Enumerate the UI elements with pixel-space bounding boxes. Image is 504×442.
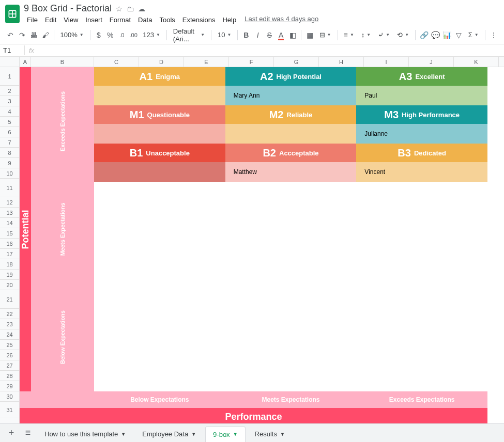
row-header[interactable]: 29 — [0, 381, 19, 391]
row-header[interactable]: 18 — [0, 259, 19, 270]
box-b1-body[interactable] — [94, 162, 225, 182]
col-header[interactable]: C — [94, 57, 139, 67]
borders-icon[interactable]: ▦ — [304, 28, 315, 42]
box-b3-body[interactable]: Vincent — [356, 162, 487, 182]
row-header[interactable]: 6 — [0, 127, 19, 137]
box-a1[interactable]: A1Enigma — [94, 67, 225, 105]
box-m1[interactable]: M1Questionable — [94, 105, 225, 144]
comment-icon[interactable]: 💬 — [430, 28, 440, 42]
increase-decimal-icon[interactable]: .00 — [128, 28, 139, 42]
chart-icon[interactable]: 📊 — [442, 28, 452, 42]
box-m3[interactable]: M3High Performance Julianne — [356, 105, 487, 144]
link-icon[interactable]: 🔗 — [419, 28, 429, 42]
menu-data[interactable]: Data — [135, 15, 155, 25]
select-all-corner[interactable] — [0, 57, 19, 67]
move-icon[interactable]: 🗀 — [127, 5, 134, 13]
add-sheet-icon[interactable]: + — [4, 426, 19, 440]
all-sheets-icon[interactable]: ≡ — [21, 426, 35, 440]
formula-input[interactable] — [38, 45, 504, 55]
menu-edit[interactable]: Edit — [42, 15, 59, 25]
v-align-dropdown[interactable]: ↕▼ — [358, 30, 374, 40]
menu-help[interactable]: Help — [219, 15, 239, 25]
col-header[interactable]: F — [229, 57, 274, 67]
bold-icon[interactable]: B — [241, 28, 251, 42]
redo-icon[interactable]: ↷ — [17, 28, 27, 42]
row-header[interactable]: 24 — [0, 329, 19, 340]
h-align-dropdown[interactable]: ≡▼ — [341, 30, 357, 40]
box-m3-body[interactable]: Julianne — [356, 124, 487, 144]
row-header[interactable]: 10 — [0, 168, 19, 179]
font-size-dropdown[interactable]: 10▼ — [215, 30, 234, 40]
text-color-icon[interactable]: A — [276, 28, 286, 42]
tab-results[interactable]: Results▼ — [248, 427, 292, 442]
fill-color-icon[interactable]: ◧ — [287, 28, 298, 42]
row-header[interactable]: 31 — [0, 402, 19, 418]
menu-view[interactable]: View — [60, 15, 81, 25]
box-a3-body[interactable]: Paul — [356, 86, 487, 105]
name-box[interactable]: T1 — [0, 45, 25, 55]
row-header[interactable]: 14 — [0, 218, 19, 228]
row-header[interactable]: 26 — [0, 350, 19, 360]
row-header[interactable]: 9 — [0, 158, 19, 168]
box-m2-body[interactable] — [225, 124, 357, 144]
row-header[interactable]: 20 — [0, 280, 19, 290]
row-header[interactable]: 17 — [0, 249, 19, 259]
menu-extensions[interactable]: Extensions — [179, 15, 219, 25]
row-header[interactable]: 12 — [0, 197, 19, 208]
row-header[interactable]: 2 — [0, 86, 19, 96]
row-header[interactable]: 23 — [0, 319, 19, 329]
italic-icon[interactable]: I — [253, 28, 263, 42]
row-header[interactable]: 8 — [0, 148, 19, 158]
menu-file[interactable]: File — [24, 15, 41, 25]
merge-dropdown[interactable]: ⊟▼ — [316, 30, 334, 40]
box-a1-body[interactable] — [94, 86, 225, 105]
menu-format[interactable]: Format — [106, 15, 134, 25]
doc-title[interactable]: 9 Box Grid - Factorial — [24, 3, 112, 14]
paint-format-icon[interactable]: 🖌 — [40, 28, 50, 42]
strikethrough-icon[interactable]: S — [264, 28, 274, 42]
tab-9box[interactable]: 9-box▼ — [205, 427, 245, 442]
row-header[interactable]: 21 — [0, 290, 19, 309]
zoom-dropdown[interactable]: 100%▼ — [57, 30, 87, 40]
row-header[interactable]: 5 — [0, 117, 19, 127]
row-header[interactable]: 19 — [0, 270, 19, 280]
box-m2[interactable]: M2Reliable — [225, 105, 357, 144]
row-header[interactable]: 11 — [0, 179, 19, 197]
col-header[interactable]: B — [31, 57, 94, 67]
last-edit-link[interactable]: Last edit was 4 days ago — [245, 15, 318, 25]
row-header[interactable]: 22 — [0, 309, 19, 319]
box-m1-body[interactable] — [94, 124, 225, 144]
row-header[interactable]: 30 — [0, 391, 19, 402]
box-b2-body[interactable]: Matthew — [225, 162, 357, 182]
row-header[interactable]: 1 — [0, 67, 19, 86]
menu-tools[interactable]: Tools — [156, 15, 178, 25]
tab-employee-data[interactable]: Employee Data▼ — [135, 427, 203, 442]
box-a3[interactable]: A3Excellent Paul — [356, 67, 487, 105]
box-b1[interactable]: B1Unacceptable — [94, 144, 225, 182]
col-header[interactable]: D — [139, 57, 184, 67]
undo-icon[interactable]: ↶ — [5, 28, 16, 42]
row-header[interactable]: 16 — [0, 239, 19, 249]
print-icon[interactable]: 🖶 — [28, 28, 39, 42]
row-header[interactable]: 27 — [0, 360, 19, 371]
filter-icon[interactable]: ▽ — [453, 28, 464, 42]
row-header[interactable]: 7 — [0, 137, 19, 148]
format-currency-icon[interactable]: $ — [94, 28, 104, 42]
col-header[interactable]: H — [319, 57, 364, 67]
box-b2[interactable]: B2Accceptable Matthew — [225, 144, 357, 182]
cloud-icon[interactable]: ☁ — [138, 5, 145, 13]
font-dropdown[interactable]: Default (Ari...▼ — [170, 26, 208, 44]
grid-body[interactable]: Potential Exceeds Expectations Meets Exp… — [20, 67, 504, 428]
col-header[interactable]: J — [409, 57, 454, 67]
functions-dropdown[interactable]: Σ▼ — [465, 30, 482, 40]
col-header[interactable]: E — [184, 57, 229, 67]
format-percent-icon[interactable]: % — [105, 28, 115, 42]
more-formats-dropdown[interactable]: 123▼ — [140, 30, 163, 40]
row-header[interactable]: 15 — [0, 228, 19, 239]
star-icon[interactable]: ☆ — [116, 5, 123, 13]
sheets-logo[interactable] — [5, 5, 20, 23]
rotate-dropdown[interactable]: ⟲▼ — [394, 30, 412, 40]
wrap-dropdown[interactable]: ⤶▼ — [375, 30, 393, 40]
row-header[interactable]: 13 — [0, 208, 19, 218]
box-a2-body[interactable]: Mary Ann — [225, 86, 357, 105]
